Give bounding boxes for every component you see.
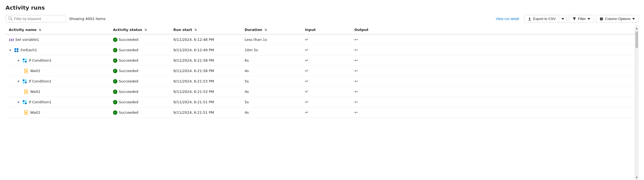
output-link-icon[interactable]: ↩ (354, 68, 358, 73)
view-run-detail-button[interactable]: View run detail (493, 15, 522, 22)
col-header-run-start[interactable]: Run start ⇅ (170, 25, 241, 34)
scrollbar-up-button[interactable]: ▲ (635, 25, 639, 31)
wait-icon (24, 89, 29, 94)
activity-name-content: ▼ If Condition1 (9, 100, 106, 105)
col-header-duration[interactable]: Duration ⇅ (241, 25, 302, 34)
activity-name-content: Wait2 (9, 89, 106, 94)
export-csv-label: Export to CSV (533, 17, 556, 21)
input-link-icon[interactable]: ↵ (305, 89, 309, 94)
activity-name-text: Wait2 (30, 110, 40, 115)
search-box (5, 15, 66, 22)
activity-status-cell: Succeeded (110, 45, 170, 55)
output-cell: ↩ (351, 97, 639, 107)
scrollbar: ▲ ▼ (635, 25, 639, 180)
column-options-icon (600, 17, 603, 21)
input-link-icon[interactable]: ↵ (305, 58, 309, 63)
activity-name-content: Wait2 (9, 110, 106, 115)
output-cell: ↩ (351, 55, 639, 66)
ifcondition-icon (22, 79, 27, 84)
input-cell: ↵ (302, 97, 351, 107)
activity-name-content: Wait2 (9, 68, 106, 73)
svg-rect-16 (23, 100, 24, 102)
expand-button[interactable]: ▼ (17, 101, 20, 104)
activity-status-cell: Succeeded (110, 76, 170, 87)
status-check-icon (113, 58, 117, 63)
activity-name-text: If Condition1 (29, 79, 52, 83)
column-options-button[interactable]: Column Options (596, 15, 639, 23)
run-start-cell: 9/11/2024, 6:21:58 PM (170, 55, 241, 66)
export-caret-button[interactable] (559, 15, 566, 22)
activity-name-cell: Wait2 (5, 66, 110, 76)
expand-button[interactable]: ▼ (9, 48, 12, 52)
svg-rect-19 (25, 102, 27, 104)
table-container: Activity name ⇅ Activity status ⇅ Run st… (5, 25, 639, 180)
activity-name-text: Wait2 (30, 90, 40, 94)
table-row: (x)Set variable1 Succeeded 9/11/2024, 6:… (5, 34, 639, 45)
svg-rect-7 (25, 61, 27, 62)
status-text: Succeeded (119, 100, 138, 104)
scrollbar-thumb[interactable] (635, 32, 638, 48)
col-header-activity-name[interactable]: Activity name ⇅ (5, 25, 110, 34)
input-link-icon[interactable]: ↵ (305, 79, 309, 84)
status-text: Succeeded (119, 38, 138, 42)
status-badge: Succeeded (113, 100, 167, 104)
output-cell: ↩ (351, 66, 639, 76)
status-badge: Succeeded (113, 79, 167, 84)
svg-rect-11 (25, 79, 27, 81)
activity-status-cell: Succeeded (110, 107, 170, 118)
output-cell: ↩ (351, 107, 639, 118)
output-cell: ↩ (351, 45, 639, 55)
search-input[interactable] (14, 17, 63, 21)
status-check-icon (113, 48, 117, 52)
status-text: Succeeded (119, 79, 138, 83)
activity-name-content: ▼ ForEach1 (9, 48, 106, 53)
output-link-icon[interactable]: ↩ (354, 89, 358, 94)
scrollbar-down-button[interactable]: ▼ (635, 175, 639, 180)
input-cell: ↵ (302, 34, 351, 45)
svg-rect-18 (23, 102, 24, 104)
activity-name-content: ▼ If Condition1 (9, 58, 106, 63)
page-title: Activity runs (5, 4, 639, 11)
activity-name-text: ForEach1 (21, 48, 37, 52)
duration-cell: 5s (241, 76, 302, 87)
svg-rect-5 (25, 59, 27, 60)
export-csv-button[interactable]: Export to CSV (524, 15, 559, 22)
status-badge: Succeeded (113, 90, 167, 94)
expand-button[interactable]: ▼ (17, 80, 20, 83)
input-link-icon[interactable]: ↵ (305, 99, 309, 105)
col-header-activity-status[interactable]: Activity status ⇅ (110, 25, 170, 34)
output-link-icon[interactable]: ↩ (354, 110, 358, 115)
input-link-icon[interactable]: ↵ (305, 68, 309, 73)
col-duration-label: Duration (245, 28, 262, 32)
status-check-icon (113, 90, 117, 94)
input-link-icon[interactable]: ↵ (305, 47, 309, 53)
output-link-icon[interactable]: ↩ (354, 37, 358, 42)
scrollbar-track (635, 31, 639, 175)
activity-status-cell: Succeeded (110, 87, 170, 97)
filter-button[interactable]: Filter (569, 15, 594, 23)
col-status-sort-icon: ⇅ (145, 28, 147, 32)
run-start-cell: 9/11/2024, 6:21:51 PM (170, 97, 241, 107)
ifcondition-icon (22, 100, 27, 105)
status-text: Succeeded (119, 110, 138, 115)
svg-rect-10 (23, 79, 24, 81)
status-text: Succeeded (119, 58, 138, 62)
output-cell: ↩ (351, 34, 639, 45)
run-start-cell: 9/11/2024, 6:12:48 PM (170, 34, 241, 45)
output-link-icon[interactable]: ↩ (354, 99, 358, 105)
input-cell: ↵ (302, 76, 351, 87)
foreach-icon (14, 48, 19, 53)
output-link-icon[interactable]: ↩ (354, 58, 358, 63)
output-link-icon[interactable]: ↩ (354, 47, 358, 53)
input-link-icon[interactable]: ↵ (305, 37, 309, 42)
col-output-label: Output (354, 28, 368, 32)
activity-name-text: Wait2 (30, 69, 40, 73)
input-cell: ↵ (302, 45, 351, 55)
activity-name-cell: ▼ If Condition1 (5, 97, 110, 107)
expand-button[interactable]: ▼ (17, 59, 20, 62)
input-link-icon[interactable]: ↵ (305, 110, 309, 115)
output-link-icon[interactable]: ↩ (354, 79, 358, 84)
items-count: Showing 4002 items (69, 17, 106, 21)
col-activity-sort-icon: ⇅ (39, 28, 41, 32)
activity-name-text: Set variable1 (15, 38, 39, 42)
